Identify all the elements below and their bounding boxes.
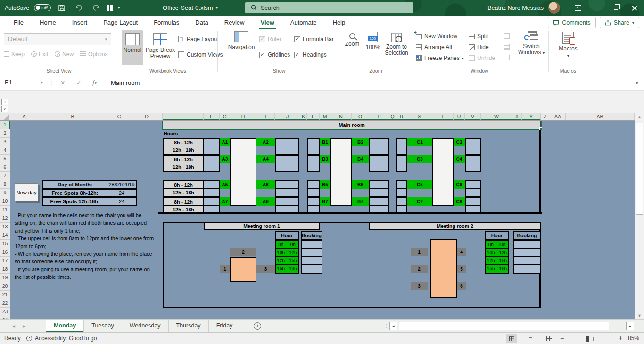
row-header-24[interactable]: 24: [0, 316, 10, 319]
hscroll-right-icon[interactable]: ▸: [626, 322, 634, 330]
seat-name-cell[interactable]: [466, 146, 480, 154]
custom-views-button[interactable]: Custom Views: [178, 51, 223, 58]
seat-name-cell[interactable]: [466, 139, 480, 146]
seat-name-cell[interactable]: [397, 181, 406, 189]
column-header-AB[interactable]: AB: [566, 113, 635, 120]
seat-name-cell[interactable]: [466, 163, 480, 171]
row-header-2[interactable]: 2: [0, 129, 10, 138]
column-header-W[interactable]: W: [481, 113, 512, 120]
seat-name-cell[interactable]: [370, 146, 388, 154]
row-header-10[interactable]: 10: [0, 197, 10, 206]
seat-name-cell[interactable]: [370, 156, 388, 163]
seat-name-cell[interactable]: [308, 181, 319, 189]
seat-name-cell[interactable]: [276, 198, 298, 206]
page-layout-view-button[interactable]: Page Layout: [178, 36, 218, 42]
ribbon-tab-automate[interactable]: Automate: [282, 16, 325, 29]
quick-access-caret-icon[interactable]: ▾: [118, 6, 120, 10]
room1-booking-cell[interactable]: [302, 265, 322, 273]
select-all-corner[interactable]: [0, 113, 10, 120]
seat-name-cell[interactable]: [308, 189, 319, 196]
headings-checkbox[interactable]: Headings: [294, 51, 327, 58]
name-box-resizer[interactable]: ⋮: [48, 80, 55, 85]
seat-name-cell[interactable]: [204, 139, 219, 146]
ribbon-tab-insert[interactable]: Insert: [64, 16, 96, 29]
ribbon-tab-help[interactable]: Help: [325, 16, 354, 29]
info-value[interactable]: 28/01/2019: [107, 181, 136, 188]
column-header-B[interactable]: B: [38, 113, 107, 120]
info-value[interactable]: 24: [107, 198, 136, 205]
ribbon-tab-file[interactable]: File: [6, 16, 32, 29]
next-sheet-icon[interactable]: ▸: [23, 323, 25, 329]
zoom-to-selection-button[interactable]: Zoom toSelection: [384, 33, 409, 56]
insert-function-button[interactable]: fx: [87, 79, 103, 86]
seat-name-cell[interactable]: [204, 156, 219, 163]
seat-name-cell[interactable]: [397, 163, 406, 171]
options-button[interactable]: Options: [80, 51, 107, 58]
restore-button[interactable]: [606, 0, 625, 16]
row-header-14[interactable]: 14: [0, 231, 10, 240]
seat-name-cell[interactable]: [308, 146, 319, 154]
seat-name-cell[interactable]: [308, 156, 319, 163]
row-header-23[interactable]: 23: [0, 308, 10, 316]
formula-bar-checkbox[interactable]: Formula Bar: [294, 36, 334, 42]
room2-booking-cell[interactable]: [514, 249, 540, 257]
tab-scrollbar-splitter[interactable]: ⋮: [384, 323, 389, 328]
column-header-G[interactable]: G: [220, 113, 230, 120]
seat-name-cell[interactable]: [276, 139, 298, 146]
seat-name-cell[interactable]: [370, 139, 388, 146]
split-button[interactable]: Split: [469, 33, 488, 40]
arrange-all-button[interactable]: Arrange All: [416, 44, 452, 50]
vertical-scroll-thumb[interactable]: [636, 123, 643, 215]
seat-name-cell[interactable]: [466, 198, 480, 206]
minimize-button[interactable]: [587, 0, 606, 16]
seat-name-cell[interactable]: [276, 156, 298, 163]
ribbon-tab-view[interactable]: View: [252, 16, 282, 29]
reset-window-position-button[interactable]: [504, 55, 510, 60]
row-header-18[interactable]: 18: [0, 265, 10, 274]
ribbon-tab-formulas[interactable]: Formulas: [146, 16, 187, 29]
column-header-X[interactable]: X: [512, 113, 522, 120]
new-window-button[interactable]: New Window: [416, 33, 457, 40]
zoom-percentage[interactable]: 85%: [628, 335, 639, 342]
seat-name-cell[interactable]: [370, 181, 388, 189]
avatar[interactable]: [548, 2, 560, 14]
scroll-down-icon[interactable]: ▼: [636, 313, 643, 318]
comments-button[interactable]: Comments: [548, 17, 595, 28]
zoom-slider-thumb[interactable]: [586, 336, 589, 342]
row-header-7[interactable]: 7: [0, 172, 10, 180]
unhide-button[interactable]: Unhide: [469, 55, 495, 61]
formula-input[interactable]: Main room: [107, 79, 630, 86]
row-header-3[interactable]: 3: [0, 138, 10, 146]
seat-name-cell[interactable]: [204, 146, 219, 154]
seat-name-cell[interactable]: [370, 163, 388, 171]
column-header-Z[interactable]: Z: [541, 113, 550, 120]
quick-access-grid-icon[interactable]: [107, 5, 113, 11]
share-button[interactable]: Share ▾: [600, 17, 639, 28]
row-header-4[interactable]: 4: [0, 146, 10, 155]
seat-name-cell[interactable]: [466, 189, 480, 196]
row-header-17[interactable]: 17: [0, 257, 10, 265]
seat-name-cell[interactable]: [308, 163, 319, 171]
column-header-N[interactable]: N: [330, 113, 352, 120]
exit-button[interactable]: Exit: [31, 51, 48, 58]
normal-view-button[interactable]: Normal: [122, 30, 143, 65]
sheet-tab-monday[interactable]: Monday: [46, 320, 84, 332]
row-header-16[interactable]: 16: [0, 248, 10, 257]
row-header-19[interactable]: 19: [0, 274, 10, 282]
freeze-panes-button[interactable]: Freeze Panes▾: [416, 55, 464, 61]
ribbon-tab-home[interactable]: Home: [32, 16, 64, 29]
row-header-15[interactable]: 15: [0, 240, 10, 248]
accessibility-status[interactable]: Accessibility: Good to go: [26, 335, 97, 342]
synchronous-scrolling-button[interactable]: [504, 44, 510, 50]
hscroll-left-icon[interactable]: ◂: [389, 322, 397, 330]
column-header-J[interactable]: J: [275, 113, 300, 120]
row-header-9[interactable]: 9: [0, 189, 10, 197]
name-box[interactable]: E1▾: [0, 75, 48, 90]
worksheet-grid[interactable]: Main roomHours8h - 12h12h - 18h8h - 12h1…: [10, 121, 635, 319]
main-room-title-cell[interactable]: Main room: [163, 121, 541, 129]
scroll-up-icon[interactable]: ▲: [636, 115, 643, 119]
ruler-checkbox[interactable]: Ruler: [259, 36, 281, 42]
close-button[interactable]: [625, 0, 644, 16]
seat-name-cell[interactable]: [397, 146, 406, 154]
column-header-C[interactable]: C: [107, 113, 131, 120]
